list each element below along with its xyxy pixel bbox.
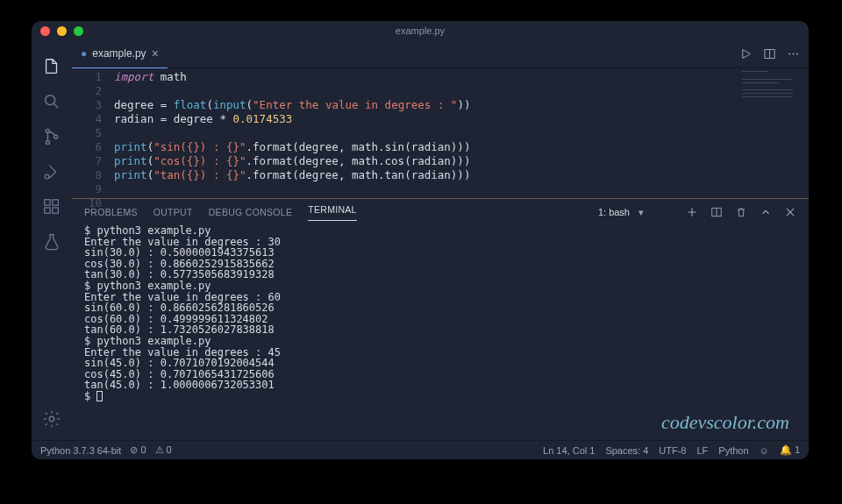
dropdown-icon[interactable]: ▾ (639, 207, 644, 218)
status-indentation[interactable]: Spaces: 4 (605, 445, 648, 456)
run-icon[interactable] (739, 47, 753, 60)
settings-gear-icon[interactable] (32, 401, 72, 437)
svg-point-16 (796, 53, 798, 55)
svg-marker-11 (743, 50, 751, 59)
svg-point-15 (793, 53, 795, 55)
svg-rect-8 (53, 208, 58, 213)
editor-area: ● example.py × 12345678910 import math d… (72, 40, 809, 440)
activity-bar (32, 40, 72, 440)
terminal-cursor (96, 391, 103, 401)
split-editor-icon[interactable] (763, 47, 776, 60)
terminal-line: sin(45.0) : 0.7071070192004544 (84, 358, 796, 369)
window-title: example.py (32, 25, 809, 36)
terminal-output[interactable]: $ python3 example.py Enter the value in … (72, 225, 809, 440)
svg-point-5 (45, 174, 49, 179)
tab-label: example.py (92, 47, 146, 60)
status-encoding[interactable]: UTF-8 (659, 445, 686, 456)
svg-point-2 (46, 130, 49, 133)
tabs-row: ● example.py × (72, 40, 809, 68)
explorer-icon[interactable] (32, 49, 72, 84)
panel: PROBLEMS OUTPUT DEBUG CONSOLE TERMINAL 1… (72, 198, 809, 440)
tab-close-button[interactable]: × (152, 46, 159, 60)
terminal-line: $ python3 example.py (84, 336, 796, 347)
svg-rect-9 (53, 200, 58, 205)
editor-actions (739, 47, 809, 60)
terminal-line: $ python3 example.py (84, 280, 796, 292)
status-feedback-icon[interactable]: ☺ (760, 445, 769, 456)
main-body: ● example.py × 12345678910 import math d… (32, 40, 809, 440)
svg-line-1 (54, 103, 58, 108)
svg-point-10 (49, 416, 54, 422)
debug-icon[interactable] (32, 154, 72, 189)
svg-rect-7 (45, 208, 50, 213)
extensions-icon[interactable] (32, 189, 72, 224)
svg-point-4 (54, 135, 58, 138)
svg-point-3 (46, 140, 49, 144)
watermark-text: codevscolor.com (661, 411, 789, 434)
status-warnings[interactable]: ⚠ 0 (155, 444, 172, 456)
code-editor[interactable]: 12345678910 import math degree = float(i… (72, 68, 809, 198)
python-file-icon: ● (81, 47, 87, 60)
terminal-line: $ python3 example.py (84, 225, 796, 237)
status-eol[interactable]: LF (696, 445, 708, 456)
code-lines: import math degree = float(input("Enter … (114, 68, 809, 198)
gutter: 12345678910 (72, 68, 114, 198)
terminal-line: sin(30.0) : 0.5000001943375613 (84, 247, 796, 259)
status-language[interactable]: Python (718, 445, 748, 456)
status-bar: Python 3.7.3 64-bit ⊘ 0 ⚠ 0 Ln 14, Col 1… (32, 440, 809, 459)
source-control-icon[interactable] (32, 119, 72, 154)
terminal-line: sin(60.0) : 0.8660256281860526 (84, 302, 796, 314)
status-errors[interactable]: ⊘ 0 (130, 444, 146, 456)
status-ln-col[interactable]: Ln 14, Col 1 (543, 445, 595, 456)
more-actions-icon[interactable] (787, 47, 800, 60)
search-icon[interactable] (32, 84, 72, 119)
editor-window: example.py (32, 21, 809, 459)
terminal-prompt: $ (84, 391, 796, 402)
minimap[interactable] (739, 68, 809, 198)
titlebar: example.py (32, 21, 809, 40)
svg-rect-6 (45, 200, 50, 205)
status-notifications[interactable]: 🔔 1 (780, 444, 800, 456)
svg-point-14 (788, 53, 790, 55)
testing-icon[interactable] (32, 224, 72, 259)
terminal-line: tan(45.0) : 1.0000006732053301 (84, 380, 796, 391)
status-python-version[interactable]: Python 3.7.3 64-bit (40, 445, 121, 456)
tab-example-py[interactable]: ● example.py × (72, 40, 168, 68)
svg-point-0 (46, 96, 55, 105)
